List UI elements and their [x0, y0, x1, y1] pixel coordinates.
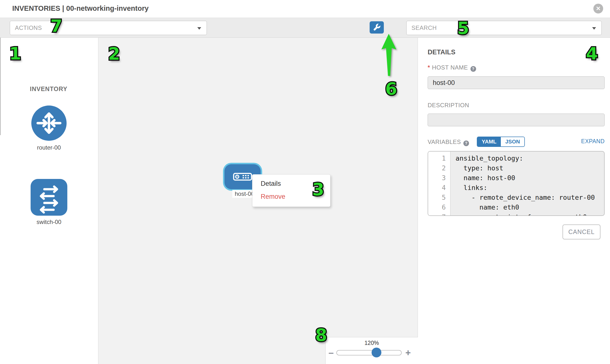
close-icon[interactable]: ✕	[593, 4, 603, 13]
palette-item-label: router-00	[31, 144, 67, 151]
tools-button[interactable]	[370, 21, 384, 34]
context-menu-item-remove[interactable]: Remove	[261, 193, 286, 200]
context-menu: Details Remove	[252, 174, 330, 207]
description-input[interactable]	[428, 114, 605, 126]
description-label: DESCRIPTION	[428, 102, 469, 109]
code-line: 2 type: host	[428, 163, 604, 173]
inventory-title: INVENTORY	[30, 85, 67, 92]
variables-code-editor[interactable]: 1ansible_topology: 2 type: host 3 name: …	[428, 151, 605, 216]
page-title: INVENTORIES | 00-networking-inventory	[12, 4, 149, 13]
host-name-label: HOST NAME	[432, 64, 468, 71]
router-icon	[31, 105, 67, 141]
actions-dropdown[interactable]: ACTIONS	[10, 21, 207, 35]
variables-label-row: VARIABLES?	[428, 139, 469, 146]
zoom-control-panel: 120% – +	[325, 337, 418, 364]
tab-json[interactable]: JSON	[501, 137, 524, 146]
required-asterisk: *	[428, 64, 430, 71]
host-name-input[interactable]	[428, 76, 605, 89]
variables-format-toggle: YAML JSON	[477, 137, 525, 147]
code-line: 4 links:	[428, 183, 604, 193]
zoom-slider-handle[interactable]	[372, 348, 381, 357]
chevron-down-icon	[592, 27, 596, 30]
app-window: INVENTORIES | 00-networking-inventory ✕ …	[0, 0, 610, 364]
host-name-label-row: *HOST NAME?	[428, 64, 476, 72]
expand-link[interactable]: EXPAND	[581, 138, 605, 145]
chevron-down-icon	[197, 27, 201, 30]
sidebar-edge-divider	[0, 38, 1, 135]
help-icon[interactable]: ?	[470, 66, 476, 72]
tab-yaml[interactable]: YAML	[477, 137, 501, 146]
context-menu-item-details[interactable]: Details	[261, 180, 281, 187]
code-line: 6 name: eth0	[428, 202, 604, 212]
code-line: 5 - remote_device_name: router-00	[428, 193, 604, 202]
zoom-percent-value: 120%	[325, 340, 418, 346]
inventory-sidebar: INVENTORY router-00	[0, 38, 98, 364]
search-dropdown[interactable]: SEARCH	[406, 21, 602, 35]
switch-icon	[31, 179, 67, 216]
palette-item-switch[interactable]: switch-00	[31, 179, 67, 225]
wrench-icon	[370, 21, 384, 34]
header-bar: INVENTORIES | 00-networking-inventory ✕	[0, 0, 610, 18]
details-panel-title: DETAILS	[428, 49, 455, 56]
code-line: 1ansible_topology:	[428, 154, 604, 163]
variables-label: VARIABLES	[428, 139, 461, 145]
topology-canvas[interactable]: host-00 Details Remove 120% – +	[98, 38, 418, 364]
code-lines: 1ansible_topology: 2 type: host 3 name: …	[428, 154, 604, 216]
zoom-out-button[interactable]: –	[328, 348, 334, 357]
cancel-button[interactable]: CANCEL	[562, 224, 600, 239]
help-icon[interactable]: ?	[463, 141, 469, 146]
palette-item-router[interactable]: router-00	[31, 105, 67, 151]
palette-item-label: switch-00	[31, 219, 67, 225]
code-line: 3 name: host-00	[428, 173, 604, 183]
code-line: 7 remote_interface_name: eth0	[428, 212, 604, 216]
zoom-in-button[interactable]: +	[405, 348, 411, 357]
toolbar: ACTIONS	[0, 18, 610, 38]
actions-dropdown-label: ACTIONS	[15, 25, 42, 31]
details-panel: DETAILS *HOST NAME? DESCRIPTION VARIABLE…	[418, 38, 610, 364]
host-icon	[233, 173, 252, 181]
zoom-slider-track[interactable]	[336, 350, 402, 355]
search-placeholder: SEARCH	[412, 25, 437, 31]
